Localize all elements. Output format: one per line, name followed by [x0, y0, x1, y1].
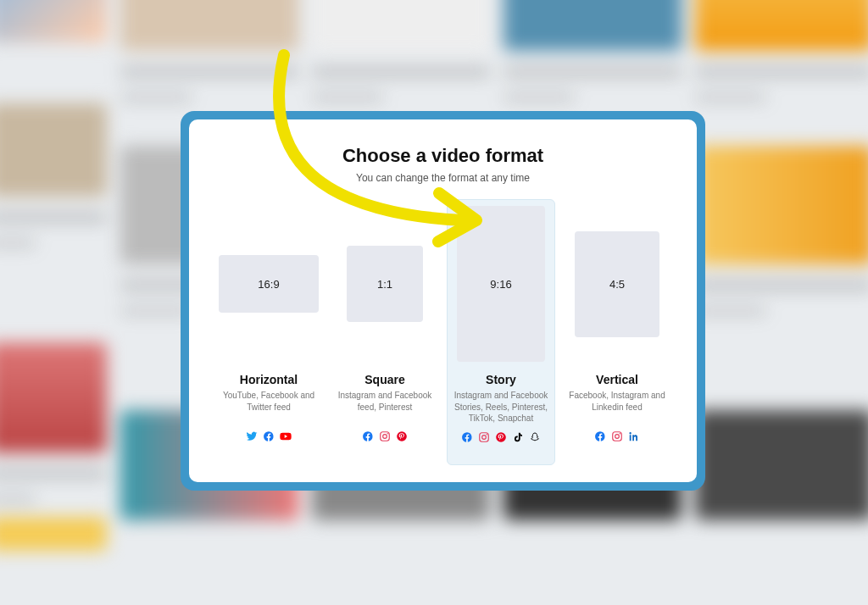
thumb-wrap: 1:1 — [335, 203, 435, 364]
format-name: Vertical — [596, 373, 638, 386]
instagram-icon — [379, 430, 391, 442]
aspect-thumb-4-5: 4:5 — [575, 231, 659, 337]
svg-point-1 — [383, 435, 387, 439]
svg-point-2 — [387, 433, 388, 434]
aspect-thumb-9-16: 9:16 — [457, 206, 545, 362]
format-desc: Instagram and Facebook Stories, Reels, P… — [451, 390, 551, 425]
svg-point-10 — [620, 433, 620, 434]
modal-subtitle: You can change the format at any time — [214, 172, 671, 184]
format-options: 16:9 Horizontal YouTube, Facebook and Tw… — [214, 199, 671, 465]
format-name: Horizontal — [240, 373, 298, 386]
svg-point-9 — [615, 435, 620, 439]
svg-point-6 — [487, 434, 487, 435]
svg-point-5 — [482, 435, 487, 439]
pinterest-icon — [396, 430, 408, 442]
format-desc: Facebook, Instagram and Linkedin feed — [567, 390, 667, 424]
youtube-icon — [280, 430, 292, 442]
modal-title: Choose a video format — [214, 145, 671, 167]
format-name: Story — [486, 373, 516, 386]
twitter-icon — [246, 430, 258, 442]
format-option-story[interactable]: 9:16 Story Instagram and Facebook Storie… — [447, 199, 555, 465]
format-icons — [594, 430, 640, 442]
instagram-icon — [611, 430, 623, 442]
format-desc: Instagram and Facebook feed, Pinterest — [335, 390, 435, 424]
ratio-label: 4:5 — [609, 278, 625, 291]
facebook-icon — [461, 431, 473, 443]
modal-frame: Choose a video format You can change the… — [181, 111, 705, 491]
format-option-horizontal[interactable]: 16:9 Horizontal YouTube, Facebook and Tw… — [214, 199, 323, 465]
ratio-label: 1:1 — [377, 278, 392, 291]
format-icons — [461, 431, 541, 443]
instagram-icon — [478, 431, 490, 443]
format-icons — [246, 430, 292, 442]
aspect-thumb-1-1: 1:1 — [347, 246, 423, 322]
format-name: Square — [364, 373, 404, 386]
format-option-vertical[interactable]: 4:5 Vertical Facebook, Instagram and Lin… — [563, 199, 671, 465]
thumb-wrap: 9:16 — [451, 203, 551, 364]
svg-point-3 — [397, 431, 407, 441]
ratio-label: 16:9 — [258, 278, 279, 291]
thumb-wrap: 4:5 — [567, 203, 667, 364]
format-option-square[interactable]: 1:1 Square Instagram and Facebook feed, … — [331, 199, 439, 465]
aspect-thumb-16-9: 16:9 — [219, 255, 319, 313]
ratio-label: 9:16 — [490, 278, 511, 291]
thumb-wrap: 16:9 — [219, 203, 319, 364]
linkedin-icon — [628, 430, 640, 442]
tiktok-icon — [512, 431, 524, 443]
pinterest-icon — [495, 431, 507, 443]
facebook-icon — [263, 430, 275, 442]
facebook-icon — [362, 430, 374, 442]
svg-point-7 — [496, 432, 506, 442]
format-desc: YouTube, Facebook and Twitter feed — [219, 390, 319, 424]
format-icons — [362, 430, 408, 442]
facebook-icon — [594, 430, 606, 442]
video-format-modal: Choose a video format You can change the… — [189, 119, 697, 482]
snapchat-icon — [529, 431, 541, 443]
